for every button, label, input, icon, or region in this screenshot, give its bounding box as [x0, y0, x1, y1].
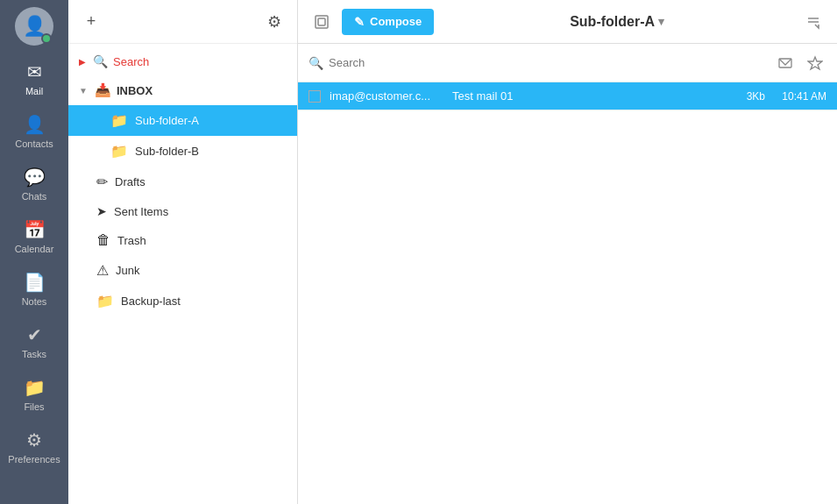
chats-icon: 💬: [24, 167, 46, 188]
junk-label: Junk: [116, 264, 139, 277]
nav-item-notes[interactable]: 📄 Notes: [0, 263, 68, 316]
folder-settings-button[interactable]: ⚙: [262, 10, 287, 34]
drafts-label: Drafts: [115, 175, 145, 188]
nav-label-notes: Notes: [22, 296, 47, 307]
folder-title-area: Sub-folder-A ▾: [441, 14, 793, 30]
backup-last-icon: 📁: [96, 293, 114, 309]
nav-item-preferences[interactable]: ⚙ Preferences: [0, 421, 68, 473]
nav-label-preferences: Preferences: [8, 454, 60, 465]
message-search-bar: 🔍: [298, 44, 837, 82]
star-icon: [807, 55, 823, 71]
message-search-icon: 🔍: [309, 56, 323, 70]
nav-label-mail: Mail: [25, 86, 43, 96]
folder-panel: + ⚙ ▶ 🔍 Search ▼ 📥 INBOX 📁 Sub-folder-A …: [68, 0, 298, 504]
nav-label-chats: Chats: [22, 191, 47, 202]
compose-button[interactable]: ✎ Compose: [342, 9, 434, 35]
subfolder-b-icon: 📁: [110, 143, 128, 160]
folder-item-subfolder-b[interactable]: 📁 Sub-folder-B: [68, 136, 297, 167]
nav-item-mail[interactable]: ✉ Mail: [0, 53, 68, 105]
contacts-icon: 👤: [24, 114, 46, 135]
compose-label: Compose: [370, 15, 422, 28]
preferences-icon: ⚙: [26, 429, 42, 451]
sort-icon: [805, 13, 822, 31]
nav-item-tasks[interactable]: ✔ Tasks: [0, 316, 68, 368]
backup-last-label: Backup-last: [121, 295, 181, 308]
folder-item-backup-last[interactable]: 📁 Backup-last: [68, 286, 297, 316]
search-label: Search: [113, 55, 149, 68]
online-status-dot: [41, 33, 52, 44]
search-icon: 🔍: [93, 54, 108, 68]
folder-item-junk[interactable]: ⚠ Junk: [68, 255, 297, 286]
nav-item-calendar[interactable]: 📅 Calendar: [0, 210, 68, 263]
subfolder-a-icon: 📁: [110, 112, 128, 129]
nav-label-files: Files: [24, 401, 44, 412]
nav-label-calendar: Calendar: [15, 244, 54, 254]
sort-button[interactable]: [800, 9, 826, 35]
search-item[interactable]: ▶ 🔍 Search: [68, 47, 297, 75]
table-row[interactable]: imap@customer.c... Test mail 01 3Kb 10:4…: [298, 82, 837, 110]
notes-icon: 📄: [24, 272, 46, 293]
folder-item-sent-items[interactable]: ➤ Sent Items: [68, 197, 297, 225]
subfolder-a-label: Sub-folder-A: [135, 114, 199, 127]
avatar[interactable]: 👤: [15, 7, 53, 46]
message-search-input[interactable]: [329, 56, 769, 69]
envelope-icon: [777, 55, 793, 71]
nav-label-tasks: Tasks: [22, 349, 46, 359]
nav-item-files[interactable]: 📁 Files: [0, 368, 68, 421]
main-toolbar: ✎ Compose Sub-folder-A ▾: [298, 0, 837, 44]
message-filter-button[interactable]: [774, 52, 797, 75]
restore-button[interactable]: [309, 9, 335, 35]
inbox-row[interactable]: ▼ 📥 INBOX: [68, 75, 297, 105]
calendar-icon: 📅: [24, 219, 46, 240]
junk-icon: ⚠: [96, 262, 109, 279]
inbox-label: INBOX: [117, 84, 153, 97]
folder-toolbar: + ⚙: [68, 0, 297, 44]
svg-marker-5: [808, 57, 822, 69]
search-collapse-arrow: ▶: [79, 57, 86, 67]
message-size: 3Kb: [730, 90, 765, 103]
compose-icon: ✎: [354, 15, 365, 29]
restore-icon: [313, 13, 330, 31]
message-search-icons: [774, 52, 826, 75]
sent-items-icon: ➤: [96, 204, 107, 218]
inbox-icon: 📥: [95, 82, 111, 98]
folder-title-dropdown-icon[interactable]: ▾: [658, 15, 664, 28]
nav-label-contacts: Contacts: [15, 138, 53, 149]
message-from: imap@customer.c...: [330, 89, 443, 103]
message-checkbox[interactable]: [309, 90, 321, 103]
folder-item-drafts[interactable]: ✏ Drafts: [68, 167, 297, 197]
svg-rect-0: [316, 16, 328, 28]
trash-icon: 🗑: [96, 232, 110, 248]
svg-rect-1: [318, 18, 325, 25]
trash-label: Trash: [117, 234, 146, 247]
folder-item-trash[interactable]: 🗑 Trash: [68, 225, 297, 255]
message-subject: Test mail 01: [452, 89, 721, 103]
subfolder-b-label: Sub-folder-B: [135, 145, 199, 158]
nav-bar: 👤 ✉ Mail 👤 Contacts 💬 Chats 📅 Calendar 📄…: [0, 0, 68, 504]
drafts-icon: ✏: [96, 174, 108, 190]
nav-item-contacts[interactable]: 👤 Contacts: [0, 105, 68, 158]
message-time: 10:41 AM: [774, 90, 826, 103]
add-folder-button[interactable]: +: [79, 10, 103, 34]
main-area: ✎ Compose Sub-folder-A ▾ 🔍: [298, 0, 837, 504]
mail-icon: ✉: [27, 61, 42, 82]
inbox-collapse-arrow: ▼: [79, 86, 88, 96]
folder-title-text: Sub-folder-A: [570, 14, 655, 30]
files-icon: 📁: [24, 377, 46, 398]
nav-item-chats[interactable]: 💬 Chats: [0, 158, 68, 210]
message-star-button[interactable]: [804, 52, 826, 75]
sent-items-label: Sent Items: [114, 205, 168, 218]
message-list: imap@customer.c... Test mail 01 3Kb 10:4…: [298, 82, 837, 504]
folder-list: ▶ 🔍 Search ▼ 📥 INBOX 📁 Sub-folder-A 📁 Su…: [68, 44, 297, 504]
folder-item-subfolder-a[interactable]: 📁 Sub-folder-A: [68, 105, 297, 136]
tasks-icon: ✔: [27, 324, 42, 345]
